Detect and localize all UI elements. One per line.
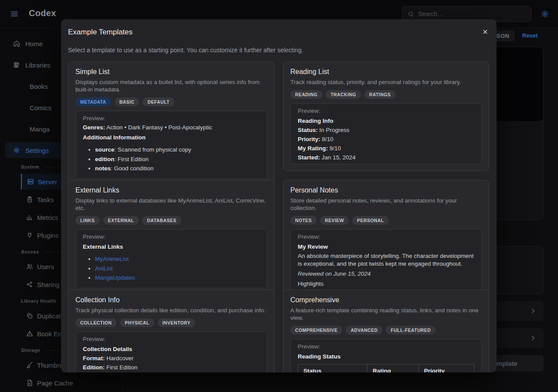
template-tags: COMPREHENSIVEADVANCEDFULL-FEATURED: [290, 326, 482, 335]
template-card-simple-list[interactable]: Simple ListDisplays custom metadata as a…: [68, 61, 275, 186]
template-card-comprehensive[interactable]: ComprehensiveA feature-rich template com…: [283, 290, 489, 372]
template-preview: Preview:External LinksMyAnimeListAniList…: [75, 229, 267, 288]
template-preview: Preview:Genres: Action • Dark Fantasy • …: [75, 111, 267, 179]
sidebar-item-label: Manga: [30, 125, 50, 133]
template-card-external-links[interactable]: External LinksDisplay links to external …: [68, 180, 275, 295]
preview-heading: My Review: [298, 243, 474, 251]
template-preview: Preview:My ReviewAn absolute masterpiece…: [290, 229, 482, 294]
tag-badge: FULL-FEATURED: [386, 326, 436, 335]
sidebar-item-label: Libraries: [25, 61, 51, 69]
external-link[interactable]: MangaUpdates: [95, 274, 135, 281]
template-name: Collection Info: [75, 296, 267, 304]
template-tags: METADATABASICDEFAULT: [75, 98, 267, 106]
app-title: Codex: [29, 8, 56, 18]
plug-icon: [26, 232, 33, 239]
warning-icon: [26, 330, 33, 337]
example-templates-modal: Example Templates ✕ Select a template to…: [61, 19, 497, 372]
template-name: Personal Notes: [290, 186, 482, 194]
hamburger-icon[interactable]: [10, 10, 18, 18]
chart-icon: [26, 214, 33, 221]
external-link[interactable]: AniList: [95, 265, 113, 272]
template-tags: LINKSEXTERNALDATABASES: [75, 216, 267, 225]
preview-field: Status: In Progress: [298, 126, 474, 134]
preview-field: Edition: First Edition: [83, 363, 260, 372]
copy-icon: [26, 312, 33, 319]
template-name: Simple List: [75, 68, 267, 76]
preview-field: My Rating: 9/10: [298, 144, 474, 152]
preview-heading: External Links: [83, 243, 260, 251]
tag-badge: BASIC: [115, 98, 140, 106]
home-icon: [13, 40, 20, 47]
clipboard-icon: [26, 196, 33, 203]
preview-heading: Reading Status: [298, 352, 474, 361]
template-name: External Links: [75, 186, 267, 194]
template-preview: Preview:Collection DetailsFormat: Hardco…: [75, 331, 267, 372]
template-description: Displays custom metadata as a bullet lis…: [75, 78, 267, 93]
tag-badge: INVENTORY: [158, 318, 195, 327]
modal-close-icon[interactable]: ✕: [481, 28, 490, 37]
sidebar-item-label: Books: [30, 83, 48, 90]
preview-field: Genres: Action • Dark Fantasy • Post-Apo…: [83, 123, 260, 132]
table-header-cell: Rating: [367, 365, 418, 373]
sidebar-item-label: Metrics: [37, 214, 58, 221]
sidebar-item-label: Users: [37, 263, 54, 270]
template-tags: COLLECTIONPHYSICALINVENTORY: [75, 318, 267, 327]
search-icon: [408, 11, 414, 17]
template-card-collection-info[interactable]: Collection InfoTrack physical collection…: [68, 290, 275, 372]
preview-bullet-list: source: Scanned from physical copyeditio…: [83, 146, 260, 172]
preview-label: Preview:: [298, 233, 474, 241]
preview-paragraph: An absolute masterpiece of storytelling.…: [298, 252, 474, 268]
chevron-right-icon: [530, 335, 537, 341]
users-icon: [26, 263, 33, 270]
template-preview: Preview:Reading StatusStatusRatingPriori…: [290, 339, 482, 372]
library-icon: [13, 61, 20, 68]
sidebar-item-label: Plugins: [37, 232, 58, 239]
sidebar-item-label: Tasks: [37, 196, 54, 203]
share-icon: [26, 281, 33, 288]
preview-italic-note: Reviewed on June 15, 2024: [298, 270, 474, 278]
tag-badge: TRACKING: [326, 90, 361, 99]
server-icon: [27, 178, 34, 185]
preview-text: Highlights: [298, 280, 474, 288]
sidebar-item-label: Page Cache: [37, 379, 73, 387]
sidebar-item-label: Settings: [25, 147, 49, 154]
preview-heading: Reading Info: [298, 117, 474, 125]
theme-toggle-sun-icon[interactable]: [541, 10, 549, 18]
preview-bullet: edition: First Edition: [95, 155, 260, 163]
table-header-cell: Status: [298, 365, 367, 373]
template-description: Track reading status, priority, and pers…: [290, 78, 482, 86]
file-icon: [26, 379, 33, 386]
preview-label: Preview:: [83, 115, 260, 122]
chevron-right-icon: [530, 308, 537, 314]
sidebar-item-page-cache[interactable]: Page Cache: [21, 375, 116, 391]
tag-badge: PHYSICAL: [120, 318, 154, 327]
table-header-cell: Priority: [418, 365, 474, 373]
template-card-reading-list[interactable]: Reading ListTrack reading status, priori…: [283, 61, 489, 171]
sidebar-item-label: Sharing: [37, 281, 60, 288]
tag-badge: COLLECTION: [75, 318, 116, 327]
modal-title: Example Templates: [68, 28, 133, 37]
tag-badge: DEFAULT: [143, 98, 174, 106]
template-tags: READINGTRACKINGRATINGS: [290, 90, 482, 99]
template-card-personal-notes[interactable]: Personal NotesStore detailed personal no…: [283, 180, 489, 300]
tag-badge: REVIEW: [320, 216, 349, 225]
gear-icon: [13, 147, 20, 154]
tag-badge: LINKS: [75, 216, 100, 225]
preview-bullet: source: Scanned from physical copy: [95, 146, 260, 154]
template-description: A feature-rich template combining readin…: [290, 307, 482, 321]
reset-button[interactable]: Reset: [522, 32, 538, 39]
preview-label: Preview:: [298, 343, 474, 351]
preview-link-item: MangaUpdates: [95, 274, 260, 282]
template-description: Display links to external databases like…: [75, 197, 267, 212]
preview-field: Notes:: [298, 162, 474, 164]
tag-badge: METADATA: [75, 98, 111, 106]
search-placeholder: Search...: [418, 10, 442, 17]
sidebar-item-label: Comics: [30, 104, 51, 112]
brush-icon: [26, 362, 33, 368]
preview-link-list: MyAnimeListAniListMangaUpdates: [83, 255, 260, 282]
tag-badge: DATABASES: [142, 216, 181, 225]
tag-badge: PERSONAL: [352, 216, 389, 225]
template-name: Reading List: [290, 68, 482, 76]
external-link[interactable]: MyAnimeList: [95, 256, 129, 262]
preview-field: Format: Hardcover: [83, 354, 260, 362]
